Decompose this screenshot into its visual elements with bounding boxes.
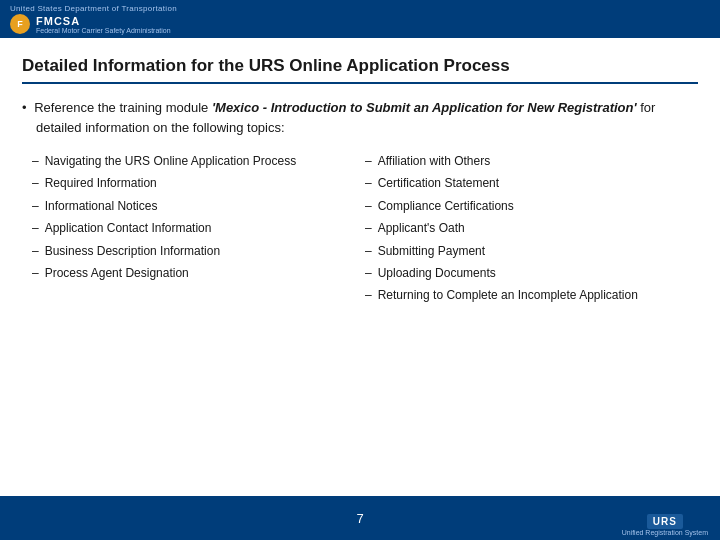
fmcsa-circle-icon: F [10, 14, 30, 34]
header-bar: United States Department of Transportati… [0, 0, 720, 38]
list-item: –Applicant's Oath [365, 220, 698, 237]
right-column: –Affiliation with Others–Certification S… [365, 153, 698, 305]
list-item: –Certification Statement [365, 175, 698, 192]
dash-icon: – [32, 220, 39, 237]
dash-icon: – [365, 220, 372, 237]
fmcsa-text-block: FMCSA Federal Motor Carrier Safety Admin… [36, 15, 171, 34]
fmcsa-title: FMCSA [36, 15, 171, 27]
list-item: –Affiliation with Others [365, 153, 698, 170]
urs-subtext: Unified Registration System [622, 529, 708, 536]
footer: 7 URS Unified Registration System [0, 496, 720, 540]
topics-columns: –Navigating the URS Online Application P… [22, 153, 698, 305]
page-title: Detailed Information for the URS Online … [22, 56, 698, 84]
left-column: –Navigating the URS Online Application P… [32, 153, 365, 305]
list-item: –Submitting Payment [365, 243, 698, 260]
dash-icon: – [365, 175, 372, 192]
dash-icon: – [365, 265, 372, 282]
list-item: –Uploading Documents [365, 265, 698, 282]
list-item: –Process Agent Designation [32, 265, 365, 282]
dash-icon: – [32, 265, 39, 282]
main-content: Detailed Information for the URS Online … [0, 38, 720, 315]
dash-icon: – [32, 175, 39, 192]
intro-italic-text: 'Mexico - Introduction to Submit an Appl… [212, 100, 637, 115]
urs-logo: URS [647, 514, 683, 529]
dash-icon: – [32, 198, 39, 215]
list-item: –Required Information [32, 175, 365, 192]
list-item: –Navigating the URS Online Application P… [32, 153, 365, 170]
list-item: –Application Contact Information [32, 220, 365, 237]
list-item: –Informational Notices [32, 198, 365, 215]
gov-text: United States Department of Transportati… [10, 4, 177, 13]
fmcsa-subtitle: Federal Motor Carrier Safety Administrat… [36, 27, 171, 34]
dash-icon: – [365, 198, 372, 215]
dash-icon: – [365, 153, 372, 170]
dash-icon: – [32, 153, 39, 170]
dash-icon: – [365, 243, 372, 260]
list-item: –Returning to Complete an Incomplete App… [365, 287, 698, 304]
intro-text-before: Reference the training module [34, 100, 212, 115]
fmcsa-logo: F FMCSA Federal Motor Carrier Safety Adm… [10, 14, 177, 34]
bullet-icon: • [22, 100, 27, 115]
dash-icon: – [32, 243, 39, 260]
list-item: –Compliance Certifications [365, 198, 698, 215]
list-item: –Business Description Information [32, 243, 365, 260]
intro-paragraph: • Reference the training module 'Mexico … [22, 98, 698, 137]
header-logo-area: United States Department of Transportati… [10, 4, 177, 34]
dash-icon: – [365, 287, 372, 304]
page-number: 7 [356, 511, 363, 526]
urs-logo-area: URS Unified Registration System [622, 514, 708, 536]
